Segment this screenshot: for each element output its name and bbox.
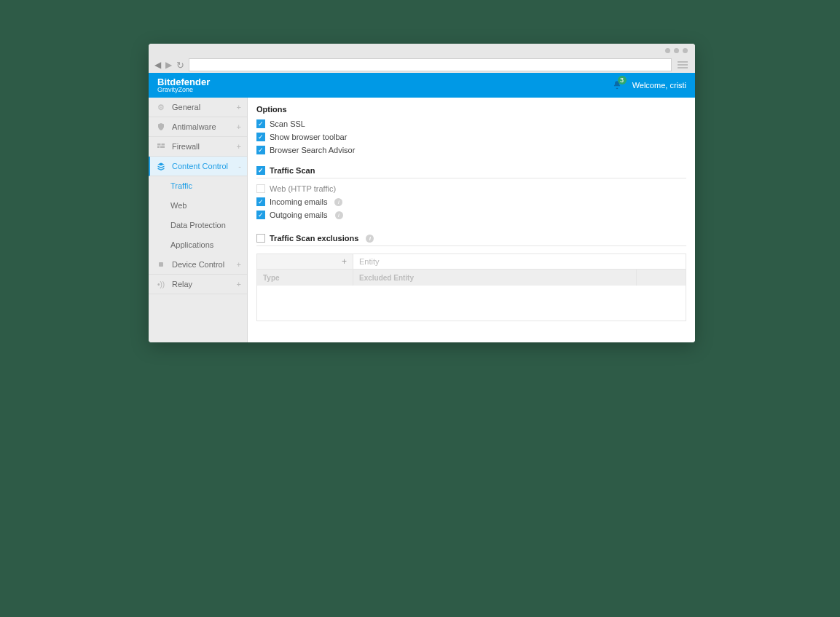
sidebar-item-label: General <box>172 103 200 111</box>
refresh-icon[interactable]: ↻ <box>176 60 184 71</box>
sidebar-item-relay[interactable]: •)) Relay + <box>149 275 247 294</box>
window-dot[interactable] <box>683 48 688 53</box>
sidebar-sub-data-protection[interactable]: Data Protection <box>149 216 247 235</box>
expand-icon: + <box>237 260 241 269</box>
notifications-button[interactable]: 3 <box>612 80 622 90</box>
add-exclusion-button[interactable]: + <box>257 254 353 270</box>
option-search-advisor[interactable]: ✓ Browser Search Advisor <box>256 146 686 154</box>
sidebar-item-label: Relay <box>172 280 192 288</box>
app-header: Bitdefender GravityZone 3 Welcome, crist… <box>149 73 695 98</box>
sidebar-sub-label: Traffic <box>170 181 192 190</box>
sidebar-item-firewall[interactable]: Firewall + <box>149 137 247 157</box>
svg-rect-4 <box>159 262 163 267</box>
svg-rect-0 <box>157 144 161 146</box>
window-dot[interactable] <box>665 48 670 53</box>
sidebar-sub-web[interactable]: Web <box>149 196 247 216</box>
sidebar-item-antimalware[interactable]: Antimalware + <box>149 117 247 137</box>
firewall-icon <box>156 141 166 152</box>
app-body: ⚙ General + Antimalware + Firewall + <box>149 98 695 342</box>
info-icon[interactable]: i <box>366 235 374 243</box>
checkbox-icon[interactable]: ✓ <box>256 184 265 193</box>
shield-icon <box>156 122 166 132</box>
sidebar-sub-label: Applications <box>170 240 213 249</box>
usb-icon <box>156 259 166 270</box>
info-icon[interactable]: i <box>334 198 342 206</box>
checkbox-icon[interactable]: ✓ <box>256 197 265 206</box>
option-label: Incoming emails <box>270 197 327 206</box>
stack-icon <box>156 161 166 171</box>
sidebar-item-device-control[interactable]: Device Control + <box>149 255 247 275</box>
checkbox-icon[interactable]: ✓ <box>256 166 265 175</box>
header-right: 3 Welcome, cristi <box>612 80 686 90</box>
hamburger-menu-icon[interactable] <box>676 59 689 71</box>
window-dot[interactable] <box>674 48 679 53</box>
option-outgoing-emails[interactable]: ✓ Outgoing emails i <box>256 211 686 219</box>
exclusions-body <box>257 286 686 321</box>
exclusions-table: + Entity Type Excluded Entity <box>256 254 686 321</box>
option-scan-ssl[interactable]: ✓ Scan SSL <box>256 119 686 128</box>
url-input[interactable] <box>189 58 672 71</box>
option-web-http[interactable]: ✓ Web (HTTP traffic) <box>256 184 686 193</box>
exclusions-add-row: + Entity <box>257 254 686 270</box>
sidebar-sub-label: Web <box>170 201 187 210</box>
traffic-scan-toggle[interactable]: ✓ Traffic Scan <box>256 166 686 178</box>
traffic-scan-title: Traffic Scan <box>270 166 315 175</box>
sidebar-item-label: Device Control <box>172 260 224 269</box>
option-incoming-emails[interactable]: ✓ Incoming emails i <box>256 197 686 206</box>
expand-icon: + <box>237 142 241 151</box>
option-label: Web (HTTP traffic) <box>270 184 336 193</box>
sidebar-item-content-control[interactable]: Content Control - <box>149 157 247 176</box>
signal-icon: •)) <box>156 279 166 289</box>
option-label: Browser Search Advisor <box>270 146 355 154</box>
checkbox-icon[interactable]: ✓ <box>256 133 265 141</box>
welcome-text[interactable]: Welcome, cristi <box>632 81 686 90</box>
collapse-icon: - <box>238 162 241 170</box>
exclusion-entity-input[interactable]: Entity <box>353 254 686 270</box>
col-actions <box>636 270 686 286</box>
sidebar-item-general[interactable]: ⚙ General + <box>149 98 247 117</box>
browser-toolbar: ◀ ▶ ↻ <box>149 57 695 73</box>
svg-rect-3 <box>160 146 165 149</box>
option-label: Show browser toolbar <box>270 133 347 141</box>
sidebar-sub-label: Data Protection <box>170 221 226 229</box>
col-entity: Excluded Entity <box>353 270 636 286</box>
expand-icon: + <box>237 122 241 131</box>
expand-icon: + <box>237 280 241 288</box>
brand: Bitdefender GravityZone <box>157 77 210 93</box>
checkbox-icon[interactable]: ✓ <box>256 146 265 154</box>
option-label: Outgoing emails <box>270 211 328 219</box>
info-icon[interactable]: i <box>335 211 343 219</box>
exclusions-toggle[interactable]: ✓ Traffic Scan exclusions i <box>256 234 686 246</box>
app-window: ◀ ▶ ↻ Bitdefender GravityZone 3 Welcome,… <box>149 44 695 342</box>
forward-icon[interactable]: ▶ <box>165 60 172 70</box>
sidebar-item-label: Content Control <box>172 162 228 170</box>
exclusions-header: Type Excluded Entity <box>257 270 686 286</box>
back-icon[interactable]: ◀ <box>154 60 161 70</box>
checkbox-icon[interactable]: ✓ <box>256 211 265 219</box>
notification-badge: 3 <box>618 76 627 85</box>
checkbox-icon[interactable]: ✓ <box>256 234 265 243</box>
option-label: Scan SSL <box>270 119 305 128</box>
sidebar: ⚙ General + Antimalware + Firewall + <box>149 98 248 342</box>
options-title: Options <box>256 105 686 114</box>
svg-rect-1 <box>162 144 165 146</box>
checkbox-icon[interactable]: ✓ <box>256 119 265 128</box>
expand-icon: + <box>237 103 241 111</box>
main-content: Options ✓ Scan SSL ✓ Show browser toolba… <box>248 98 695 342</box>
col-type: Type <box>257 270 353 286</box>
option-browser-toolbar[interactable]: ✓ Show browser toolbar <box>256 133 686 141</box>
exclusions-title: Traffic Scan exclusions <box>270 234 358 243</box>
gear-icon: ⚙ <box>156 102 166 112</box>
sidebar-item-label: Antimalware <box>172 122 216 131</box>
sidebar-item-label: Firewall <box>172 142 200 151</box>
sidebar-sub-traffic[interactable]: Traffic <box>149 176 247 196</box>
svg-rect-2 <box>157 146 160 149</box>
window-controls <box>149 44 695 57</box>
brand-sub: GravityZone <box>157 87 210 93</box>
sidebar-sub-applications[interactable]: Applications <box>149 235 247 255</box>
